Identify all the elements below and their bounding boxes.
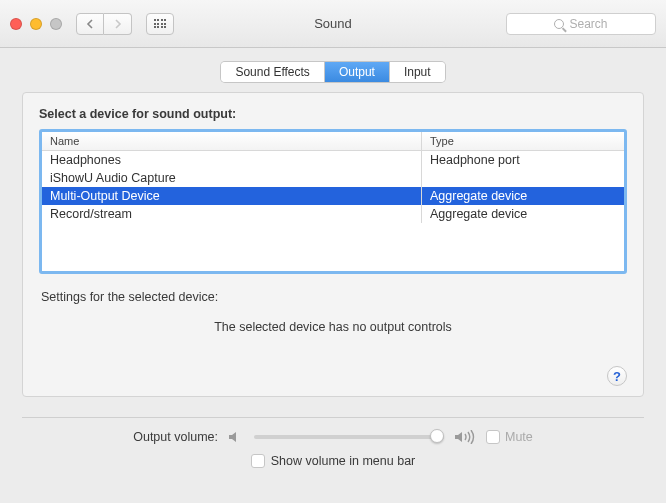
column-name[interactable]: Name	[42, 132, 422, 150]
table-row[interactable]: Multi-Output Device Aggregate device	[42, 187, 624, 205]
settings-label: Settings for the selected device:	[41, 290, 627, 304]
search-input[interactable]: Search	[506, 13, 656, 35]
chevron-left-icon	[86, 19, 94, 29]
chevron-right-icon	[114, 19, 122, 29]
table-row[interactable]: Record/stream Aggregate device	[42, 205, 624, 223]
device-name: Multi-Output Device	[42, 187, 422, 205]
window-controls	[10, 18, 62, 30]
column-type[interactable]: Type	[422, 132, 624, 150]
volume-label: Output volume:	[133, 430, 218, 444]
slider-thumb[interactable]	[430, 429, 444, 443]
show-menubar-checkbox[interactable]	[251, 454, 265, 468]
show-menubar-label: Show volume in menu bar	[271, 454, 416, 468]
tab-sound-effects[interactable]: Sound Effects	[221, 62, 325, 82]
no-controls-message: The selected device has no output contro…	[39, 320, 627, 334]
device-type	[422, 169, 624, 187]
table-row[interactable]: iShowU Audio Capture	[42, 169, 624, 187]
mute-checkbox-group: Mute	[486, 430, 533, 444]
table-body: Headphones Headphone port iShowU Audio C…	[42, 151, 624, 271]
device-type: Aggregate device	[422, 205, 624, 223]
zoom-window-button[interactable]	[50, 18, 62, 30]
titlebar: Sound Search	[0, 0, 666, 48]
grid-icon	[154, 19, 167, 28]
back-button[interactable]	[76, 13, 104, 35]
volume-row: Output volume: Mute	[22, 430, 644, 444]
speaker-low-icon	[228, 430, 244, 444]
device-name: iShowU Audio Capture	[42, 169, 422, 187]
device-type: Aggregate device	[422, 187, 624, 205]
show-all-button[interactable]	[146, 13, 174, 35]
device-table: Name Type Headphones Headphone port iSho…	[39, 129, 627, 274]
device-heading: Select a device for sound output:	[39, 107, 627, 121]
tab-input[interactable]: Input	[390, 62, 445, 82]
menubar-row: Show volume in menu bar	[22, 454, 644, 468]
search-icon	[554, 19, 564, 29]
minimize-window-button[interactable]	[30, 18, 42, 30]
divider	[22, 417, 644, 418]
speaker-high-icon	[454, 430, 476, 444]
help-button[interactable]: ?	[607, 366, 627, 386]
device-type: Headphone port	[422, 151, 624, 169]
table-row[interactable]: Headphones Headphone port	[42, 151, 624, 169]
tab-output[interactable]: Output	[325, 62, 390, 82]
table-header: Name Type	[42, 132, 624, 151]
forward-button[interactable]	[104, 13, 132, 35]
search-wrap: Search	[506, 13, 656, 35]
footer: Output volume: Mute Show volume in menu …	[0, 409, 666, 480]
mute-checkbox[interactable]	[486, 430, 500, 444]
close-window-button[interactable]	[10, 18, 22, 30]
mute-label: Mute	[505, 430, 533, 444]
device-name: Record/stream	[42, 205, 422, 223]
tabs: Sound Effects Output Input	[221, 62, 444, 82]
help-row: ?	[39, 366, 627, 386]
device-name: Headphones	[42, 151, 422, 169]
search-placeholder: Search	[569, 17, 607, 31]
window-title: Sound	[314, 16, 352, 31]
volume-slider[interactable]	[254, 435, 444, 439]
nav-buttons	[76, 13, 132, 35]
tab-row: Sound Effects Output Input	[0, 48, 666, 92]
main-panel: Select a device for sound output: Name T…	[22, 92, 644, 397]
